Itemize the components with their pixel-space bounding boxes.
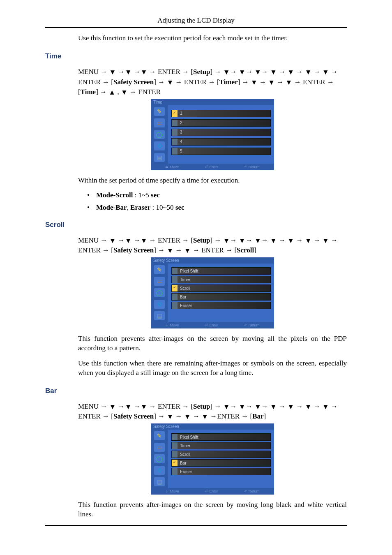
osd-row-label: Bar — [180, 295, 187, 299]
bullet-text: , — [127, 204, 131, 211]
bullet-bold: Eraser — [130, 204, 150, 211]
nav-text: → ENTER → [ — [148, 236, 193, 244]
nav-text: → — [230, 236, 239, 244]
nav-setup: Setup — [193, 68, 210, 76]
bullet-bold: Mode — [96, 204, 113, 211]
nav-text: ] → — [154, 78, 166, 86]
nav-safety: Safety Screen — [113, 412, 154, 420]
osd-foot-move: Move — [165, 323, 179, 327]
down-arrow-icon: ▼ — [270, 402, 277, 412]
osd-main: 1 2 3 4 5 — [168, 105, 274, 164]
down-arrow-icon: ▼ — [305, 236, 312, 246]
osd-sidebar: ✎ ▭ ◯ ⚙ ▤ — [151, 430, 168, 488]
sound-icon: ◯ — [154, 130, 165, 139]
nav-text: → — [277, 402, 288, 410]
bar-description: This function prevents after-images on t… — [78, 500, 347, 519]
osd-mark-icon — [172, 302, 178, 309]
nav-text: → — [258, 78, 268, 86]
down-arrow-icon: ▼ — [184, 412, 191, 422]
nav-text: → — [277, 236, 288, 244]
nav-text: → — [116, 236, 125, 244]
down-arrow-icon: ▼ — [166, 412, 173, 422]
nav-path-bar: MENU → ▼ →▼ →▼ → ENTER → [Setup] → ▼→ ▼→… — [78, 402, 347, 422]
nav-text: → — [246, 68, 254, 76]
bullet-text: : 1~5 — [133, 191, 151, 199]
input-icon: ▭ — [154, 277, 165, 286]
osd-row-label: Eraser — [180, 303, 192, 308]
nav-text: ] → — [210, 68, 223, 76]
osd-time: Time ✎ ▭ ◯ ⚙ ▤ 1 2 3 4 5 — [151, 99, 274, 170]
osd-title: Time — [151, 99, 274, 105]
nav-safety: Safety Screen — [113, 246, 154, 254]
down-arrow-icon: ▼ — [305, 67, 312, 78]
bullet-bold: sec — [175, 204, 184, 211]
down-arrow-icon: ▼ — [270, 236, 277, 246]
down-arrow-icon: ▼ — [125, 236, 132, 246]
multi-icon: ▤ — [154, 311, 165, 320]
down-arrow-icon: ▼ — [141, 67, 148, 78]
nav-text: ] — [264, 412, 266, 420]
nav-text: ] → — [154, 412, 166, 420]
osd-foot-move: Move — [165, 489, 179, 493]
down-arrow-icon: ▼ — [184, 246, 191, 256]
osd-mark-icon — [172, 460, 178, 466]
bullet-bold: Mode — [96, 191, 113, 199]
setup-icon: ⚙ — [154, 466, 165, 475]
down-arrow-icon: ▼ — [254, 67, 261, 78]
picture-icon: ✎ — [154, 107, 165, 116]
nav-bar: Bar — [252, 412, 263, 420]
nav-text: → — [277, 68, 288, 76]
osd-body: ✎ ▭ ◯ ⚙ ▤ Pixel Shift Timer Scroll Bar E… — [151, 264, 274, 322]
nav-text: → ENTER → [ — [148, 402, 193, 410]
osd-row-label: 1 — [180, 111, 182, 116]
down-arrow-icon: ▼ — [166, 246, 173, 256]
osd-row-label: Timer — [180, 278, 190, 282]
page-header-title: Adjusting the LCD Display — [0, 16, 392, 25]
content-area: Use this function to set the execution p… — [45, 34, 347, 519]
osd-mark-icon — [172, 268, 178, 274]
osd-foot-enter: Enter — [205, 165, 218, 169]
osd-row: 1 — [171, 110, 271, 117]
osd-row: Bar — [171, 293, 271, 301]
down-arrow-icon: ▼ — [322, 402, 329, 412]
osd-row-label: Scroll — [180, 286, 190, 291]
down-arrow-icon: ▼ — [121, 88, 128, 98]
nav-text: → — [311, 236, 322, 244]
nav-text: → ENTER → [ — [173, 78, 219, 86]
up-arrow-icon: ▲ — [108, 88, 115, 98]
section-heading-bar: Bar — [45, 387, 347, 395]
nav-text: → — [261, 68, 270, 76]
nav-text: ] → — [154, 246, 166, 254]
osd-row: Pixel Shift — [171, 267, 271, 275]
osd-row-label: Eraser — [180, 469, 192, 474]
down-arrow-icon: ▼ — [109, 402, 116, 412]
osd-row: Scroll — [171, 284, 271, 292]
nav-text: → — [230, 402, 239, 410]
osd-foot-return: Return — [244, 323, 260, 327]
osd-sidebar: ✎ ▭ ◯ ⚙ ▤ — [151, 105, 168, 164]
time-bullets: Mode-Scroll : 1~5 sec Mode-Bar, Eraser :… — [87, 191, 347, 212]
down-arrow-icon: ▼ — [223, 402, 230, 412]
osd-row: 4 — [171, 138, 271, 146]
osd-row-label: 3 — [180, 130, 182, 134]
section-heading-time: Time — [45, 52, 347, 60]
osd-row-label: 2 — [180, 120, 182, 125]
down-arrow-icon: ▼ — [201, 412, 208, 422]
down-arrow-icon: ▼ — [322, 236, 329, 246]
down-arrow-icon: ▼ — [254, 402, 261, 412]
down-arrow-icon: ▼ — [223, 67, 230, 78]
osd-footer: Move Enter Return — [151, 488, 274, 495]
sound-icon: ◯ — [154, 454, 165, 463]
sound-icon: ◯ — [154, 288, 165, 297]
down-arrow-icon: ▼ — [322, 67, 329, 78]
down-arrow-icon: ▼ — [287, 402, 294, 412]
nav-text: MENU → — [78, 236, 109, 244]
osd-row: Timer — [171, 276, 271, 283]
setup-icon: ⚙ — [154, 300, 165, 309]
down-arrow-icon: ▼ — [270, 67, 277, 78]
osd-mark-icon — [172, 139, 178, 145]
picture-icon: ✎ — [154, 265, 165, 274]
osd-foot-move: Move — [165, 165, 179, 169]
osd-mark-icon — [172, 442, 178, 449]
nav-text: → — [131, 236, 140, 244]
